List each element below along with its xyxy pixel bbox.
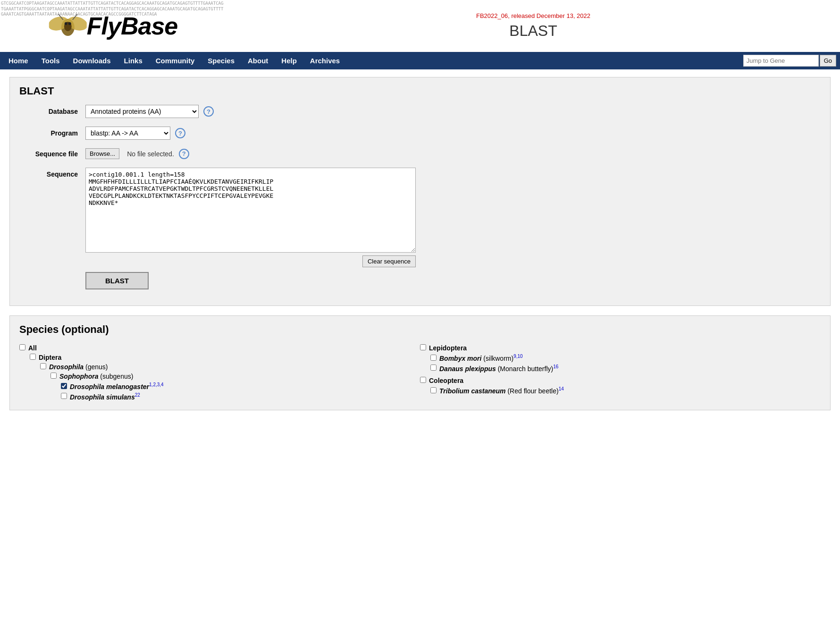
program-help-icon[interactable]: ? [175, 128, 185, 138]
sp-danaus-checkbox[interactable] [430, 365, 437, 371]
sp-tribolium: Tribolium castaneum (Red flour beetle)14 [430, 386, 811, 395]
sp-dmel-label: Drosophila melanogaster1,2,3,4 [70, 382, 164, 390]
nav-species[interactable]: Species [201, 52, 241, 69]
database-select[interactable]: Annotated proteins (AA) Annotated transc… [85, 105, 199, 118]
logo-area: GTCGGCAATCOPTAAGATAGCCAAATATTATTATTGTTCA… [0, 0, 227, 52]
jump-to-gene-input[interactable] [743, 55, 819, 67]
sequence-row: Sequence >contig10.001.1 length=158 MMGF… [19, 168, 821, 289]
sequence-file-row: Sequence file Browse... No file selected… [19, 148, 821, 159]
sp-all-checkbox[interactable] [19, 344, 25, 350]
sp-diptera-checkbox[interactable] [30, 354, 36, 360]
svg-point-4 [65, 22, 67, 25]
sp-tribolium-checkbox[interactable] [430, 387, 437, 393]
seq-file-control: Browse... No file selected. ? [85, 148, 189, 159]
database-label: Database [19, 108, 85, 115]
main-content: BLAST Database Annotated proteins (AA) A… [0, 69, 840, 418]
sp-sophophora-checkbox[interactable] [50, 373, 57, 379]
species-section: Species (optional) All Diptera Drosophil… [9, 315, 831, 410]
database-row: Database Annotated proteins (AA) Annotat… [19, 105, 821, 118]
sp-sophophora-label: Sophophora (subgenus) [59, 373, 133, 380]
flybase-logo[interactable]: FlyBase [49, 9, 177, 42]
sp-coleoptera-checkbox[interactable] [420, 377, 426, 383]
nav-home[interactable]: Home [2, 52, 35, 69]
sp-bombyx: Bombyx mori (silkworm)9,10 [430, 354, 811, 362]
program-label: Program [19, 129, 85, 137]
program-select[interactable]: blastp: AA -> AA blastn: NA -> NA blastx… [85, 127, 170, 140]
sp-danaus: Danaus plexippus (Monarch butterfly)16 [430, 364, 811, 373]
sp-dsim-checkbox[interactable] [61, 393, 67, 399]
seq-file-help-icon[interactable]: ? [179, 149, 189, 159]
sp-dmel: Drosophila melanogaster1,2,3,4 [61, 382, 411, 390]
seq-file-label: Sequence file [19, 150, 85, 158]
program-row: Program blastp: AA -> AA blastn: NA -> N… [19, 127, 821, 140]
species-title: Species (optional) [19, 323, 821, 336]
jump-to-gene-form: Go [741, 53, 838, 68]
header: GTCGGCAATCOPTAAGATAGCCAAATATTATTATTGTTCA… [0, 0, 840, 52]
nav-community[interactable]: Community [149, 52, 202, 69]
sequence-textarea[interactable]: >contig10.001.1 length=158 MMGFHFHFDILLL… [85, 168, 416, 253]
sp-diptera: Diptera [30, 354, 411, 361]
flybase-brand-text: FlyBase [87, 12, 177, 40]
sp-dsim: Drosophila simulans22 [61, 392, 411, 401]
browse-button[interactable]: Browse... [85, 148, 119, 159]
jump-to-gene-button[interactable]: Go [820, 55, 836, 67]
blast-section-title: BLAST [19, 85, 821, 97]
release-info: FB2022_06, released December 13, 2022 [231, 12, 835, 19]
sp-lepidoptera-checkbox[interactable] [420, 344, 426, 350]
sp-lepidoptera-label: Lepidoptera [429, 344, 467, 352]
sp-drosophila-genus-checkbox[interactable] [40, 363, 46, 369]
seq-col: >contig10.001.1 length=158 MMGFHFHFDILLL… [85, 168, 416, 289]
sp-dsim-label: Drosophila simulans22 [70, 392, 140, 401]
nav-about[interactable]: About [241, 52, 275, 69]
sp-bombyx-label: Bombyx mori (silkworm)9,10 [439, 354, 523, 362]
database-control: Annotated proteins (AA) Annotated transc… [85, 105, 214, 118]
header-page-title: BLAST [231, 22, 835, 40]
clear-sequence-button[interactable]: Clear sequence [362, 255, 416, 267]
species-right-col: Lepidoptera Bombyx mori (silkworm)9,10 D… [420, 342, 821, 402]
nav-links[interactable]: Links [118, 52, 149, 69]
nav-archives[interactable]: Archives [303, 52, 346, 69]
header-info: FB2022_06, released December 13, 2022 BL… [227, 8, 840, 44]
sp-all-label: All [28, 344, 37, 352]
blast-section: BLAST Database Annotated proteins (AA) A… [9, 77, 831, 306]
svg-point-5 [68, 22, 71, 25]
program-control: blastp: AA -> AA blastn: NA -> NA blastx… [85, 127, 185, 140]
nav-help[interactable]: Help [275, 52, 303, 69]
blast-submit-button[interactable]: BLAST [85, 272, 149, 289]
seq-controls: Clear sequence [85, 255, 416, 267]
sp-coleoptera-label: Coleoptera [429, 377, 463, 384]
sp-bombyx-checkbox[interactable] [430, 355, 437, 361]
nav-downloads[interactable]: Downloads [67, 52, 118, 69]
sp-danaus-label: Danaus plexippus (Monarch butterfly)16 [439, 364, 558, 373]
sp-lepidoptera: Lepidoptera [420, 344, 811, 352]
species-left-col: All Diptera Drosophila (genus) Sophophor… [19, 342, 420, 402]
navbar: Home Tools Downloads Links Community Spe… [0, 52, 840, 69]
no-file-text: No file selected. [127, 150, 174, 158]
database-help-icon[interactable]: ? [203, 106, 214, 117]
species-grid: All Diptera Drosophila (genus) Sophophor… [19, 342, 821, 402]
sp-diptera-label: Diptera [39, 354, 61, 361]
sp-drosophila-genus: Drosophila (genus) [40, 363, 411, 371]
sp-coleoptera: Coleoptera [420, 377, 811, 384]
blast-button-row: BLAST [85, 267, 416, 289]
seq-label: Sequence [19, 168, 85, 178]
sp-dmel-checkbox[interactable] [61, 383, 67, 389]
fly-icon [49, 9, 87, 42]
sp-tribolium-label: Tribolium castaneum (Red flour beetle)14 [439, 386, 564, 395]
nav-tools[interactable]: Tools [35, 52, 67, 69]
sp-drosophila-genus-label: Drosophila (genus) [49, 363, 108, 371]
sp-all: All [19, 344, 411, 352]
sp-sophophora: Sophophora (subgenus) [50, 373, 411, 380]
